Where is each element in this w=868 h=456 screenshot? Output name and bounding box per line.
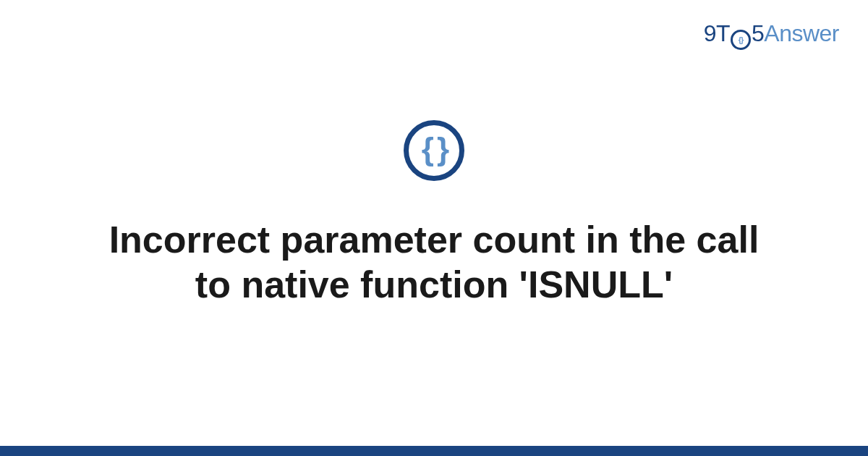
badge-glyph: { } [422, 133, 446, 165]
page-title: Incorrect parameter count in the call to… [87, 217, 781, 308]
footer-bar [0, 446, 868, 456]
code-braces-icon: { } [404, 120, 464, 181]
main-content: { } Incorrect parameter count in the cal… [0, 0, 868, 456]
